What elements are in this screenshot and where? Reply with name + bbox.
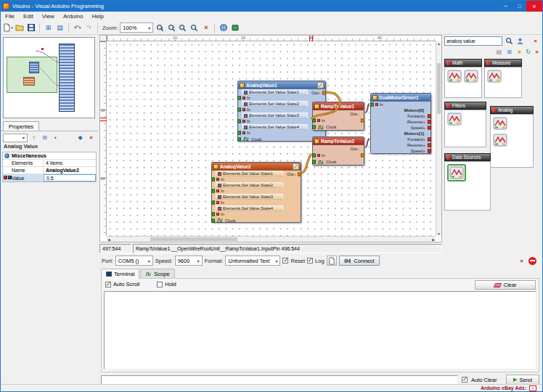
- pin-speed[interactable]: Speed▸: [371, 148, 430, 154]
- open-project-button[interactable]: [14, 23, 25, 33]
- toolbox-search-input[interactable]: [445, 38, 502, 44]
- zoom-fit-icon[interactable]: [189, 23, 200, 33]
- minimize-button[interactable]: [499, 1, 513, 12]
- maximize-button[interactable]: [513, 1, 526, 12]
- clock-pin[interactable]: [312, 160, 316, 164]
- in-pin[interactable]: [237, 120, 241, 123]
- category-math[interactable]: Math: [444, 59, 482, 67]
- in-pin[interactable]: [370, 103, 374, 107]
- clock-pin[interactable]: [211, 219, 215, 222]
- tab-properties[interactable]: Properties: [3, 121, 39, 131]
- element-row[interactable]: Elements.Set Value State4: [242, 124, 308, 130]
- pin-clock[interactable]: Clock: [212, 217, 301, 224]
- send-button[interactable]: ▶ Send: [506, 375, 539, 385]
- disconnect-icon[interactable]: ×: [517, 256, 526, 266]
- send-input[interactable]: [101, 375, 458, 385]
- toolbox-search[interactable]: [444, 36, 502, 46]
- close-toolbox-icon[interactable]: ×: [532, 47, 542, 57]
- output-pin[interactable]: [428, 115, 431, 118]
- output-pin[interactable]: [428, 121, 431, 124]
- diagram-minimap[interactable]: [3, 37, 95, 118]
- out-pin[interactable]: [298, 173, 301, 176]
- pin-forward[interactable]: Forward▸: [371, 136, 430, 142]
- menu-help[interactable]: Help: [87, 13, 107, 20]
- vertical-scrollbar[interactable]: [436, 41, 441, 236]
- sort-icon[interactable]: ↕: [29, 133, 38, 142]
- minimap-viewport[interactable]: [7, 57, 57, 93]
- pin-out[interactable]: Out▸: [313, 110, 364, 117]
- pin-in[interactable]: In: [238, 95, 325, 101]
- category-analog[interactable]: Analog: [490, 106, 534, 114]
- in-pin[interactable]: [211, 213, 215, 216]
- pin-forward[interactable]: Forward▸: [371, 113, 430, 119]
- scrollbar-thumb[interactable]: [150, 237, 237, 241]
- component-ramptovalue1[interactable]: RampToValue1 Out▸ In Clock: [312, 102, 364, 131]
- reset-checkbox[interactable]: [282, 258, 288, 264]
- selected-component[interactable]: [447, 164, 466, 181]
- out-pin[interactable]: [322, 91, 326, 95]
- log-file-button[interactable]: [327, 256, 337, 266]
- zoom-out-icon[interactable]: −: [166, 23, 176, 33]
- clear-button[interactable]: Clear: [475, 280, 536, 290]
- format-select[interactable]: Unformatted Text: [225, 256, 280, 266]
- port-select[interactable]: COM5 (): [115, 256, 153, 266]
- clock-pin[interactable]: [312, 126, 316, 129]
- component-icon[interactable]: [493, 134, 507, 147]
- close-button[interactable]: [526, 1, 542, 12]
- undo-button[interactable]: ↶▾: [72, 23, 83, 33]
- component-icon[interactable]: [464, 70, 478, 83]
- menu-file[interactable]: File: [1, 13, 19, 20]
- category-data-sources[interactable]: Data Sources: [444, 153, 491, 161]
- pin-in[interactable]: In: [371, 102, 430, 107]
- wand-icon[interactable]: ◆: [75, 133, 85, 142]
- property-category-row[interactable]: Miscellaneous: [3, 152, 96, 160]
- output-pin[interactable]: [428, 150, 431, 153]
- log-checkbox[interactable]: [307, 258, 313, 264]
- stop-icon[interactable]: [528, 257, 536, 265]
- view-grid-icon[interactable]: ⊞: [43, 23, 54, 33]
- connect-button[interactable]: Connect: [339, 256, 380, 266]
- upload-to-board-button[interactable]: [229, 23, 240, 33]
- user-filter-icon[interactable]: [515, 36, 525, 46]
- component-icon[interactable]: [487, 70, 502, 83]
- menu-arduino[interactable]: Arduino: [59, 13, 88, 20]
- property-row-name[interactable]: Name AnalogValue2: [3, 167, 96, 174]
- clock-pin[interactable]: [237, 137, 241, 141]
- save-project-button[interactable]: [25, 23, 36, 33]
- pin-reverse[interactable]: Reverse▸: [371, 119, 430, 125]
- pin-speed[interactable]: Speed▸: [371, 125, 430, 131]
- tab-scope[interactable]: Scope: [140, 269, 174, 278]
- pin-clock[interactable]: Clock: [313, 123, 364, 131]
- clear-search-icon[interactable]: ×: [531, 36, 540, 46]
- zoom-in-icon[interactable]: +: [154, 23, 165, 33]
- component-icon[interactable]: [493, 117, 507, 130]
- element-row[interactable]: Elements.Set Value State4: [216, 205, 283, 211]
- element-row[interactable]: Elements.Set Value State2: [242, 101, 308, 107]
- edit-elements-button[interactable]: [317, 82, 324, 89]
- menu-edit[interactable]: Edit: [19, 13, 38, 20]
- component-dualmotordriver1[interactable]: DualMotorDriver1 In Motors[0] Forward▸ R…: [370, 93, 431, 154]
- in-pin[interactable]: [237, 97, 241, 100]
- component-icon[interactable]: [447, 113, 462, 126]
- terminal-output[interactable]: [104, 291, 536, 369]
- component-analogvalue2[interactable]: AnalogValue2 Out▸ Elements.Set Value Sta…: [211, 162, 301, 223]
- close-ads-icon[interactable]: ×: [529, 385, 536, 391]
- property-value-editor[interactable]: 0.5: [44, 174, 96, 181]
- element-row[interactable]: Elements.Set Value State2: [216, 182, 283, 188]
- view-panels-icon[interactable]: ▤: [54, 23, 65, 33]
- delete-button[interactable]: ×: [200, 23, 211, 33]
- in-pin[interactable]: [237, 108, 241, 112]
- pin-out[interactable]: Out▸: [313, 145, 364, 152]
- pin-in[interactable]: In: [212, 188, 301, 194]
- in-pin[interactable]: [237, 131, 241, 135]
- in-pin[interactable]: [312, 153, 316, 157]
- in-pin[interactable]: [211, 178, 215, 181]
- in-pin[interactable]: [211, 201, 215, 205]
- web-help-icon[interactable]: [218, 23, 229, 33]
- output-pin[interactable]: [428, 144, 431, 147]
- pin-in[interactable]: In: [212, 211, 301, 217]
- element-row[interactable]: Elements.Set Value State3: [242, 113, 308, 118]
- menu-view[interactable]: View: [38, 13, 59, 20]
- output-pin[interactable]: [428, 138, 431, 142]
- categorized-view-icon[interactable]: ⊞: [40, 133, 49, 142]
